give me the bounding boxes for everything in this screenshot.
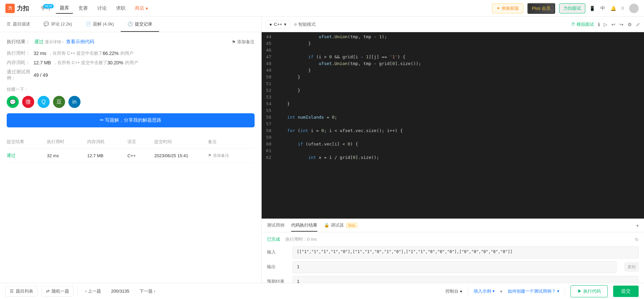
tab-debugger[interactable]: 🔒 调试器 Beta [324, 220, 357, 232]
beta-badge: Beta [346, 223, 357, 228]
settings-icon[interactable]: ⚙ [628, 22, 632, 27]
tab-exec-result[interactable]: 代码执行结果 [291, 220, 317, 232]
code-line-54: 54 } [262, 101, 644, 107]
code-editor[interactable]: 44 ufset.Union(tmp, tmp - 1); 45 } 46 47… [262, 32, 644, 219]
test-label: 通过测试用例： [7, 69, 34, 81]
nav-item-problems[interactable]: 题库 [56, 3, 73, 14]
tab-solutions[interactable]: 📄 题解 (4.0k) [79, 17, 121, 32]
logo[interactable]: 力 力扣 [5, 4, 29, 13]
col-header-result: 提交结果 [7, 139, 47, 145]
bell-icon[interactable]: 🔔 [610, 6, 616, 11]
info-icon[interactable]: ℹ [598, 22, 600, 27]
solution-icon: 📄 [86, 21, 91, 26]
device-icon[interactable]: 📱 [589, 6, 595, 11]
row-result: 通过 [7, 153, 47, 159]
exec-time-suffix: 的用户 [120, 50, 133, 56]
qq-share-button[interactable]: Q [38, 96, 50, 108]
expand-bottom-button[interactable]: ▾ [636, 223, 639, 228]
submit-button[interactable]: 提交 [613, 286, 639, 297]
nav-item-learn[interactable]: 学习 NEW [37, 3, 54, 13]
flag-small-icon: ⚑ [208, 153, 212, 158]
tab-submissions[interactable]: 🕐 提交记录 [121, 17, 159, 32]
how-create-button[interactable]: 如何创建一个测试用例？ ▾ [508, 288, 559, 294]
add-note-button[interactable]: ⚑ 添加备注 [232, 39, 255, 45]
tab-test-case[interactable]: 测试用例 [267, 220, 284, 232]
example-link[interactable]: 查看示例代码 [66, 39, 94, 44]
avatar[interactable] [629, 4, 639, 13]
add-note-small-button[interactable]: ⚑ 添加备注 [208, 153, 255, 159]
input-value: [["1","1","1","1","0"],["1","1","0","1",… [292, 246, 639, 258]
douban-share-button[interactable]: 豆 [53, 96, 65, 108]
exec-time-display: 执行用时：0 ms [285, 236, 317, 242]
console-label[interactable]: 控制台 ● [445, 288, 462, 294]
qq-icon: Q [42, 99, 46, 105]
random-icon: ⇄ [46, 289, 50, 294]
lock-icon: 🔒 [324, 223, 329, 228]
undo-icon[interactable]: ↩ [611, 22, 615, 27]
redo-icon[interactable]: ↪ [620, 22, 624, 27]
plus-button[interactable]: Plus 会员 [527, 3, 555, 14]
problem-list-button[interactable]: ☰ 题目列表 [5, 286, 38, 297]
row-note: ⚑ 添加备注 [208, 153, 255, 159]
logo-icon: 力 [5, 4, 15, 13]
social-icons: 💬 微 Q 豆 in [7, 96, 255, 108]
linkedin-share-button[interactable]: in [68, 96, 80, 108]
status-row: 已完成 执行用时：0 ms ↻ [267, 236, 639, 242]
simulate-interview-button[interactable]: ⏱ 模拟面试 [571, 21, 594, 27]
tab-comments[interactable]: 💬 评论 (2.2k) [37, 17, 79, 32]
col-header-submit: 提交时间 [154, 139, 208, 145]
share-label: 炫耀一下： [7, 86, 255, 93]
chevron-down-small-icon: ▾ [492, 289, 495, 294]
result-label: 执行结果： [7, 39, 30, 44]
code-line-46: 46 [262, 47, 644, 54]
refresh-button[interactable]: ↻ [635, 237, 639, 242]
next-problem-button[interactable]: 下一题 › [136, 286, 159, 296]
run-code-button[interactable]: ▶ 执行代码 [571, 285, 608, 297]
test-row: 通过测试用例： 49 / 49 [7, 69, 255, 81]
code-line-45: 45 } [262, 40, 644, 47]
lang-selector[interactable]: 中 [600, 5, 605, 11]
mem-percent: 30.20% [107, 60, 123, 65]
mem-value: 12.7 MB [34, 60, 51, 65]
fill-example-button[interactable]: 填入示例 ▾ [474, 288, 495, 294]
experience-button[interactable]: ✦ 体验新版 [492, 3, 523, 13]
col-header-time: 执行用时 [47, 139, 87, 145]
language-selector[interactable]: ● C++ ▾ [266, 20, 290, 28]
code-line-62: 62 int x = i / grid[0].size(); [262, 154, 644, 161]
output-row: 输出 1 差别 [267, 261, 639, 273]
prev-problem-button[interactable]: ‹ 上一题 [82, 286, 104, 296]
exec-time-label: 执行用时： [7, 50, 34, 56]
code-line-55: 55 [262, 107, 644, 114]
interview-button[interactable]: 力扣面试 [559, 3, 585, 13]
exec-time-row: 执行用时： 32 ms ，在所有 C++ 提交中击败了 66.22% 的用户 [7, 50, 255, 56]
nav-item-discuss[interactable]: 讨论 [93, 3, 111, 13]
table-header: 提交结果 执行用时 内存消耗 语言 提交时间 备注 [7, 135, 255, 148]
random-problem-button[interactable]: ⇄ 随机一题 [42, 286, 73, 297]
write-solution-button[interactable]: ✏ 写题解，分享我的解题思路 [7, 113, 255, 127]
nav-right: ✦ 体验新版 Plus 会员 力扣面试 📱 中 🔔 0 [492, 3, 639, 14]
play-icon[interactable]: ▷ [604, 22, 607, 27]
wechat-share-button[interactable]: 💬 [7, 96, 19, 108]
chevron-icon: ▾ [284, 22, 286, 27]
nav-item-jobs[interactable]: 求职 [112, 3, 129, 13]
test-value: 49 / 49 [34, 72, 48, 78]
code-line-60: 60 if (ufset.vec[i] < 0) { [262, 141, 644, 147]
nav-item-shop[interactable]: 商店 ▾ [131, 3, 152, 13]
editor-header: ● C++ ▾ 智能模式 ⏱ 模拟面试 ℹ ▷ ↩ ↪ ⚙ ⤢ [262, 17, 644, 32]
diff-button[interactable]: 差别 [625, 262, 639, 272]
detail-link[interactable]: 显示详情 › [45, 40, 63, 44]
tab-description[interactable]: ☰ 题目描述 [0, 17, 37, 32]
stats-grid: 执行用时： 32 ms ，在所有 C++ 提交中击败了 66.22% 的用户 内… [7, 50, 255, 81]
expand-icon[interactable]: ⤢ [636, 22, 640, 27]
row-result-link[interactable]: 通过 [7, 153, 15, 158]
content-area: 执行结果： 通过 显示详情 › 查看示例代码 ⚑ 添加备注 执行用时： 32 m… [0, 32, 261, 299]
nav-icons: 📱 中 🔔 0 [589, 4, 639, 13]
clock-icon: 🕐 [127, 21, 133, 26]
nav-item-contest[interactable]: 竞赛 [74, 3, 92, 13]
weibo-share-button[interactable]: 微 [22, 96, 34, 108]
chevron-left-icon: ‹ [85, 289, 87, 294]
smart-mode-toggle[interactable]: 智能模式 [294, 21, 316, 27]
share-section: 炫耀一下： 💬 微 Q 豆 in [7, 86, 255, 108]
divider-3 [565, 287, 565, 296]
nav-items: 学习 NEW 题库 竞赛 讨论 求职 商店 ▾ [37, 3, 152, 14]
